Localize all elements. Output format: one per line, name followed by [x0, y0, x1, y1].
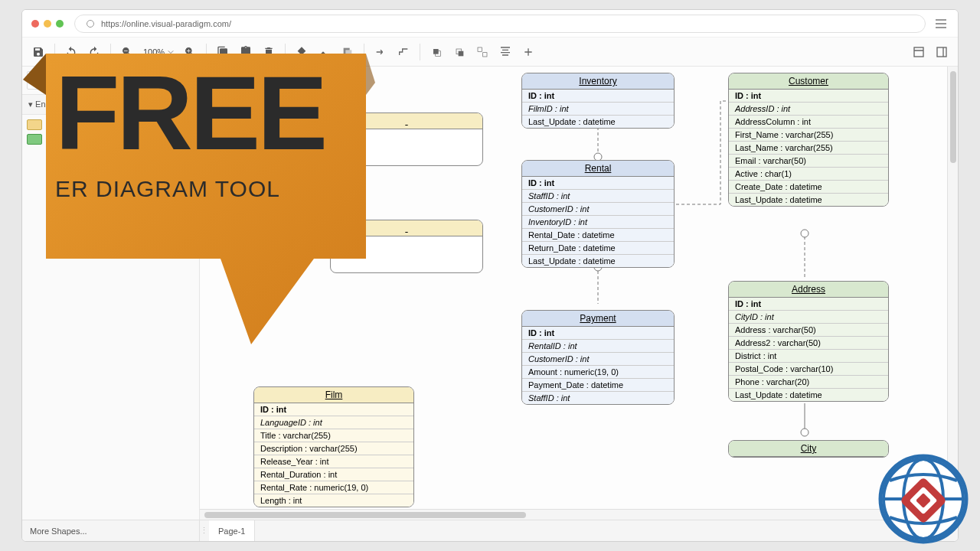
svg-rect-9: [478, 47, 482, 51]
entity-attribute: FilmID : int: [522, 103, 674, 116]
entity-payment[interactable]: PaymentID : intRentalID : intCustomerID …: [521, 310, 675, 405]
minimize-dot[interactable]: [44, 20, 51, 28]
entity-attribute: Email : varchar(50): [729, 155, 888, 168]
connector-style-button[interactable]: [371, 42, 390, 62]
entity-attribute: CustomerID : int: [522, 203, 674, 216]
entity-inventory[interactable]: InventoryID : intFilmID : intLast_Update…: [521, 73, 675, 129]
paste-button[interactable]: [236, 42, 256, 62]
entity-attribute: Amount : numeric(19, 0): [522, 366, 674, 379]
entity-attribute: Phone : varchar(20): [729, 376, 888, 389]
undo-button[interactable]: [61, 42, 81, 62]
entity-attribute: ID : int: [729, 298, 888, 311]
shape-palette: [22, 115, 199, 149]
entity-attribute: RentalID : int: [522, 340, 674, 353]
svg-rect-2: [320, 56, 329, 57]
svg-point-0: [87, 20, 94, 27]
entity-attribute: Rental_Duration : int: [254, 468, 413, 481]
canvas[interactable]: FilmID : intLanguageID : intTitle : varc…: [200, 67, 958, 520]
entity-attribute: Last_Name : varchar(255): [729, 142, 888, 155]
entity-attribute: AddressID : int: [729, 103, 888, 116]
entity-hidden-1[interactable]: [330, 112, 483, 166]
hamburger-menu-icon[interactable]: [933, 19, 949, 28]
entity-shape-yellow[interactable]: [27, 119, 42, 130]
redo-button[interactable]: [84, 42, 104, 62]
entity-attribute: Return_Date : datetime: [522, 242, 674, 255]
entity-attribute: Create_Date : datetime: [729, 181, 888, 194]
svg-rect-5: [433, 49, 439, 54]
entity-title: Address: [729, 282, 888, 298]
entity-rental[interactable]: RentalID : intStaffID : intCustomerID : …: [521, 160, 675, 268]
entity-attribute: CityID : int: [729, 311, 888, 324]
outline-panel-button[interactable]: [932, 42, 952, 62]
entity-title: Rental: [522, 161, 674, 177]
group-button[interactable]: [472, 42, 492, 62]
entity-attribute: Postal_Code : varchar(10): [729, 363, 888, 376]
entity-address[interactable]: AddressID : intCityID : intAddress : var…: [728, 281, 889, 402]
entity-attribute: Last_Update : datetime: [522, 116, 674, 128]
toolbar: 100%: [22, 37, 958, 67]
save-button[interactable]: [28, 42, 48, 62]
entity-attribute: Last_Update : datetime: [522, 255, 674, 267]
line-color-button[interactable]: [315, 42, 335, 62]
more-shapes-button[interactable]: More Shapes...: [22, 520, 200, 541]
entity-attribute: ID : int: [729, 90, 888, 103]
vertical-scrollbar[interactable]: [947, 67, 958, 509]
to-front-button[interactable]: [426, 42, 446, 62]
entity-attribute: ID : int: [522, 177, 674, 190]
svg-rect-11: [914, 47, 923, 57]
fill-color-button[interactable]: [292, 42, 312, 62]
entity-title: Payment: [522, 311, 674, 327]
entity-attribute: ID : int: [254, 403, 413, 416]
add-button[interactable]: [518, 42, 538, 62]
zoom-in-button[interactable]: [180, 42, 200, 62]
entity-title: Customer: [729, 73, 888, 90]
to-back-button[interactable]: [449, 42, 469, 62]
horizontal-scrollbar[interactable]: [200, 509, 947, 520]
svg-rect-10: [483, 52, 487, 56]
page-tab[interactable]: Page-1: [209, 520, 255, 541]
svg-point-18: [801, 429, 808, 436]
statusbar: More Shapes... ⋮ Page-1: [22, 520, 958, 541]
entity-attribute: District : int: [729, 350, 888, 363]
waypoint-button[interactable]: [394, 42, 413, 62]
app-window: https://online.visual-paradigm.com/ 100%: [21, 9, 959, 542]
entity-attribute: Last_Update : datetime: [729, 194, 888, 206]
entity-attribute: AddressColumn : int: [729, 116, 888, 129]
entity-attribute: Description : varchar(255): [254, 442, 413, 455]
entity-attribute: Title : varchar(255): [254, 429, 413, 442]
maximize-dot[interactable]: [56, 20, 64, 28]
entity-attribute: Active : char(1): [729, 168, 888, 181]
window-controls: [31, 20, 64, 28]
entity-attribute: Address : varchar(50): [729, 324, 888, 337]
delete-button[interactable]: [259, 42, 279, 62]
entity-attribute: Payment_Date : datetime: [522, 379, 674, 392]
entity-hidden-2[interactable]: [330, 220, 483, 273]
search-input[interactable]: Se: [27, 71, 194, 90]
entity-attribute: InventoryID : int: [522, 216, 674, 229]
brand-logo-icon: [877, 453, 969, 545]
sidebar: Se ▾ En: [22, 67, 200, 520]
globe-icon: [86, 19, 95, 28]
entity-title: Inventory: [522, 73, 674, 90]
svg-rect-13: [937, 47, 946, 57]
align-button[interactable]: [495, 42, 515, 62]
format-panel-button[interactable]: [909, 42, 929, 62]
entity-attribute: LanguageID : int: [254, 416, 413, 429]
svg-rect-1: [297, 56, 306, 57]
close-dot[interactable]: [31, 20, 39, 28]
shadow-button[interactable]: [338, 42, 358, 62]
entity-customer[interactable]: CustomerID : intAddressID : intAddressCo…: [728, 73, 889, 207]
entity-attribute: Last_Update : datetime: [729, 389, 888, 401]
entity-attribute: Length : int: [254, 494, 413, 507]
entity-title: Film: [254, 387, 413, 403]
copy-button[interactable]: [213, 42, 233, 62]
url-bar[interactable]: https://online.visual-paradigm.com/: [74, 15, 926, 33]
sidebar-section-header[interactable]: ▾ En: [22, 94, 199, 115]
entity-attribute: Rental_Rate : numeric(19, 0): [254, 481, 413, 494]
entity-shape-green[interactable]: [27, 134, 42, 145]
entity-city[interactable]: City: [728, 440, 889, 458]
entity-film[interactable]: FilmID : intLanguageID : intTitle : varc…: [253, 386, 414, 507]
zoom-out-button[interactable]: [117, 42, 137, 62]
zoom-level[interactable]: 100%: [140, 47, 177, 57]
entity-attribute: ID : int: [522, 90, 674, 103]
